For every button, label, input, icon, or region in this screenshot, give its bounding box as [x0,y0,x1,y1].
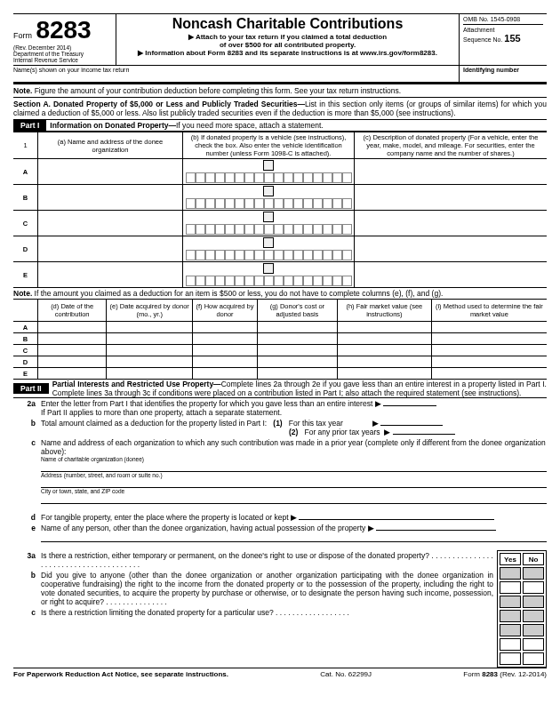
yes-no-table: YesNo [497,550,547,668]
cell-d-b[interactable] [183,236,355,262]
line-2b: b Total amount claimed as a deduction fo… [13,418,547,437]
vehicle-checkbox-b[interactable] [263,186,274,196]
cell-b-b[interactable] [183,185,355,211]
col-e: (e) Date acquired by donor (mo., yr.) [107,300,193,322]
vehicle-checkbox-a[interactable] [263,160,274,171]
t2-c: C [13,345,38,356]
attachment-label: Attachment [463,27,543,33]
dept-treasury: Department of the Treasury [13,51,116,57]
section-a-title: Section A. Donated Property of $5,000 or… [13,100,305,108]
vehicle-checkbox-e[interactable] [263,263,274,274]
col-1: 1 [13,132,38,159]
donated-property-table: 1 (a) Name and address of the donee orga… [13,132,547,288]
q3a-no[interactable] [523,581,544,594]
t2-e: E [13,368,38,380]
t2-b: B [13,333,38,345]
form-id-block: Form 8283 (Rev. December 2014) Departmen… [13,14,116,65]
form-title-block: Noncash Charitable Contributions ▶ Attac… [116,14,460,65]
line-2e-text: Name of any person, other than the donee… [41,524,374,532]
t2-a: A [13,322,38,333]
vin-e[interactable] [184,276,353,286]
q3b-yes[interactable] [500,638,521,651]
cell-c-b[interactable] [183,211,355,236]
footer: For Paperwork Reduction Act Notice, see … [13,668,547,678]
cell-b-a[interactable] [38,185,183,211]
subtitle-1: ▶ Attach to your tax return if you claim… [120,33,455,41]
q3c-yes[interactable] [500,652,521,665]
line-2e-input2[interactable] [41,532,547,542]
cell-e-b[interactable] [183,262,355,288]
name-field-label: Name(s) shown on your income tax return [13,66,460,82]
t2-d: D [13,356,38,368]
line-2d-text: For tangible property, enter the place w… [41,513,297,522]
cell-d-a[interactable] [38,236,183,262]
omb-block: OMB No. 1545-0908 Attachment Sequence No… [460,14,547,65]
vin-b[interactable] [184,198,353,209]
cell-c-a[interactable] [38,211,183,236]
subtitle-2: of over $500 for all contributed propert… [120,41,455,49]
line-3c: c Is there a restriction limiting the do… [13,607,493,618]
cell-d-c[interactable] [355,236,548,262]
part-2-label: Part II [13,383,49,394]
cell-a-c[interactable] [355,159,548,185]
vin-c[interactable] [184,224,353,235]
line-3c-text: Is there a restriction limiting the dona… [41,608,493,617]
line-2b2-input[interactable] [393,434,455,435]
part-2-text: Partial Interests and Restricted Use Pro… [52,380,547,397]
q3a-yes[interactable] [500,581,521,594]
vehicle-checkbox-c[interactable] [263,212,274,222]
q3-block: YesNo 3a Is there a restriction, either … [13,550,547,668]
form-number: 8283 [36,16,91,44]
name-id-row: Name(s) shown on your income tax return … [13,66,547,83]
q3c-no[interactable] [523,652,544,665]
line-2b1-input[interactable] [380,425,443,426]
line-2e-input[interactable] [376,530,496,531]
form-header: Form 8283 (Rev. December 2014) Departmen… [13,13,547,66]
row-a: A [13,159,38,185]
line-2d-input[interactable] [299,519,494,520]
cell-a-b[interactable] [183,159,355,185]
cell-a-a[interactable] [38,159,183,185]
sequence-number: 155 [504,33,520,44]
col-i: (i) Method used to determine the fair ma… [431,300,547,322]
cell-e-a[interactable] [38,262,183,288]
vin-a[interactable] [184,172,353,183]
line-2b2-num: (2) [289,428,298,436]
line-2c-addr-input[interactable] [41,478,547,488]
col-g: (g) Donor's cost or adjusted basis [257,300,337,322]
part-2-bar: Part II Partial Interests and Restricted… [13,380,547,397]
cell-b-c[interactable] [355,185,548,211]
omb-number: OMB No. 1545-0908 [463,16,543,25]
line-2c-name-input[interactable] [41,462,547,472]
line-2b-text: Total amount claimed as a deduction for … [41,419,267,428]
q3b-no[interactable] [523,638,544,651]
vin-d[interactable] [184,250,353,260]
vehicle-checkbox-d[interactable] [263,237,274,248]
line-2a-sub: If Part II applies to more than one prop… [41,408,282,417]
t2-blank [13,300,38,322]
row-e: E [13,262,38,288]
line-2b2-text: For any prior tax years [304,428,380,436]
line-2a: 2a Enter the letter from Part I that ide… [13,398,547,418]
part-1-title: Information on Donated Property—If you n… [50,121,324,130]
section-a-header: Section A. Donated Property of $5,000 or… [13,98,547,120]
col-h: (h) Fair market value (see instructions) [337,300,431,322]
cell-c-c[interactable] [355,211,548,236]
col-a-header: (a) Name and address of the donee organi… [38,132,183,159]
cell-e-c[interactable] [355,262,548,288]
line-2c-city-input[interactable] [41,494,547,504]
note-2: Note. If the amount you claimed as a ded… [13,288,547,299]
line-2c-text: Name and address of each organization to… [41,438,546,456]
col-d: (d) Date of the contribution [38,300,107,322]
yes-header: Yes [500,553,521,565]
col-c-header: (c) Description of donated property (For… [355,132,548,159]
line-2a-input[interactable] [383,405,436,406]
line-3a-text: Is there a restriction, either temporary… [41,551,493,569]
row-b: B [13,185,38,211]
form-title: Noncash Charitable Contributions [120,16,455,32]
line-2b1-text: For this tax year [289,419,343,428]
no-header: No [523,553,544,565]
line-2c-addr-label: Address (number, street, and room or sui… [41,472,547,478]
note-1: Note. Note. Figure the amount of your co… [13,83,547,98]
line-3b: b Did you give to anyone (other than the… [13,570,493,607]
